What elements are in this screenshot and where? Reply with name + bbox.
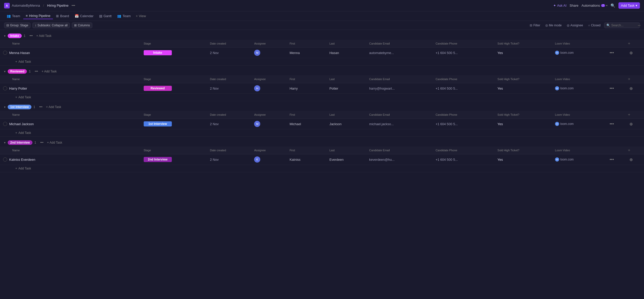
tab-hiring-pipeline[interactable]: ≡ Hiring Pipeline bbox=[23, 13, 53, 19]
task-add-button[interactable]: ⊕ bbox=[628, 121, 634, 127]
task-more-button[interactable]: ••• bbox=[608, 121, 615, 127]
task-stage-cell[interactable]: 1st Interview bbox=[142, 119, 208, 129]
group-more-button-1st-interview[interactable]: ••• bbox=[38, 105, 43, 109]
table-header-row: Name Stage Date created Assignee First L… bbox=[0, 75, 644, 83]
pipeline-options-button[interactable]: ••• bbox=[71, 3, 76, 8]
col-header-email: Candidate Email bbox=[367, 146, 434, 154]
add-column-button[interactable]: + bbox=[628, 112, 630, 117]
group-header-reviewed[interactable]: ▾ Reviewed 1 ••• + Add Task bbox=[0, 68, 644, 75]
task-table-reviewed: Name Stage Date created Assignee First L… bbox=[0, 75, 644, 101]
group-badge-intake: Intake bbox=[8, 34, 22, 38]
tab-team2[interactable]: 👥 Team bbox=[115, 13, 133, 19]
group-chevron-icon: ▾ bbox=[4, 34, 6, 38]
task-stage-cell[interactable]: 2nd Interview bbox=[142, 154, 208, 165]
top-bar-right: ✦ Ask AI Share Automations 2 ▾ 🔍 Add Tas… bbox=[553, 2, 640, 9]
group-add-task-button-reviewed[interactable]: + Add Task bbox=[41, 69, 58, 74]
task-icon-cell: ⊕ bbox=[626, 48, 644, 58]
col-header-email: Candidate Email bbox=[367, 40, 434, 48]
task-add-button[interactable]: ⊕ bbox=[628, 86, 634, 91]
task-date-cell: 2 Nov bbox=[208, 154, 252, 165]
filter-icon: ⊟ bbox=[530, 24, 532, 27]
tab-gantt[interactable]: ▤ Gantt bbox=[97, 13, 114, 19]
tab-team[interactable]: 👥 Team bbox=[4, 13, 23, 19]
group-header-1st-interview[interactable]: ▾ 1st Interview 1 ••• + Add Task bbox=[0, 103, 644, 111]
loom-link[interactable]: loom.com bbox=[560, 51, 574, 55]
closed-button[interactable]: ○ Closed bbox=[586, 23, 602, 28]
filter-button[interactable]: ⊟ Filter bbox=[528, 23, 542, 28]
add-task-row: + Add Task bbox=[0, 165, 644, 172]
loom-link[interactable]: loom.com bbox=[560, 87, 574, 90]
add-task-inline-button[interactable]: + Add Task bbox=[3, 59, 32, 64]
add-task-inline-button[interactable]: + Add Task bbox=[3, 130, 32, 135]
add-column-button[interactable]: + bbox=[628, 148, 630, 153]
task-more-button[interactable]: ••• bbox=[608, 157, 615, 162]
stage-pill[interactable]: Intake bbox=[144, 50, 172, 55]
search-options-icon: ••• bbox=[638, 24, 641, 27]
group-by-button[interactable]: ⊟ Group: Stage bbox=[4, 23, 30, 28]
add-view-button[interactable]: + View bbox=[134, 13, 148, 19]
task-loom-cell[interactable]: ● loom.com bbox=[553, 83, 606, 94]
task-last-cell: Potter bbox=[327, 83, 367, 94]
group-more-button-reviewed[interactable]: ••• bbox=[34, 69, 39, 74]
task-checkbox[interactable] bbox=[3, 51, 7, 55]
task-first-cell: Harry bbox=[288, 83, 327, 94]
task-name-cell: Katniss Everdeen bbox=[0, 154, 142, 165]
task-add-button[interactable]: ⊕ bbox=[628, 50, 634, 56]
loom-link[interactable]: loom.com bbox=[560, 122, 574, 126]
group-more-button-intake[interactable]: ••• bbox=[28, 34, 34, 38]
global-search-button[interactable]: 🔍 bbox=[611, 3, 615, 8]
task-checkbox[interactable] bbox=[3, 122, 7, 126]
task-checkbox[interactable] bbox=[3, 157, 7, 162]
task-assignee-cell: M bbox=[252, 48, 287, 58]
task-assignee-cell: H bbox=[252, 83, 287, 94]
task-checkbox[interactable] bbox=[3, 86, 7, 90]
closed-icon: ○ bbox=[588, 24, 590, 27]
stage-pill[interactable]: 1st Interview bbox=[144, 121, 172, 126]
task-loom-cell[interactable]: ● loom.com bbox=[553, 154, 606, 165]
task-add-button[interactable]: ⊕ bbox=[628, 157, 634, 163]
col-header-add: + bbox=[626, 111, 644, 119]
task-loom-cell[interactable]: ● loom.com bbox=[553, 48, 606, 58]
col-header-first: First bbox=[288, 40, 327, 48]
tab-board[interactable]: ⊞ Board bbox=[53, 13, 72, 19]
group-add-task-button-1st-interview[interactable]: + Add Task bbox=[45, 105, 62, 109]
search-icon: 🔍 bbox=[606, 24, 610, 27]
stage-pill[interactable]: 2nd Interview bbox=[144, 157, 172, 162]
search-input[interactable] bbox=[611, 24, 637, 27]
add-column-button[interactable]: + bbox=[628, 77, 630, 81]
task-more-button[interactable]: ••• bbox=[608, 50, 615, 56]
group-more-button-2nd-interview[interactable]: ••• bbox=[39, 140, 44, 145]
task-first-cell: Menna bbox=[288, 48, 327, 58]
stage-pill[interactable]: Reviewed bbox=[144, 86, 172, 91]
tab-calendar[interactable]: 📅 Calendar bbox=[72, 13, 96, 19]
plus-icon: + bbox=[47, 141, 49, 144]
share-button[interactable]: Share bbox=[570, 4, 579, 7]
task-more-button[interactable]: ••• bbox=[608, 86, 615, 91]
group-header-2nd-interview[interactable]: ▾ 2nd Interview 1 ••• + Add Task bbox=[0, 139, 644, 146]
group-header-intake[interactable]: ▾ Intake 1 ••• + Add Task bbox=[0, 32, 644, 40]
task-icon-cell: ⊕ bbox=[626, 83, 644, 94]
group-add-task-button-intake[interactable]: + Add Task bbox=[35, 34, 52, 38]
add-task-inline-button[interactable]: + Add Task bbox=[3, 95, 32, 100]
add-task-inline-button[interactable]: + Add Task bbox=[3, 166, 32, 171]
task-name-text: Michael Jackson bbox=[9, 122, 34, 126]
ask-ai-button[interactable]: ✦ Ask AI bbox=[553, 4, 567, 7]
columns-button[interactable]: ⊞ Columns bbox=[72, 23, 92, 28]
groups-container: ▾ Intake 1 ••• + Add Task Name Stage Dat… bbox=[0, 32, 644, 172]
plus-icon: + bbox=[36, 34, 38, 38]
assignee-button[interactable]: ◎ Assignee bbox=[565, 23, 584, 28]
col-header-actions bbox=[606, 40, 626, 48]
task-stage-cell[interactable]: Reviewed bbox=[142, 83, 208, 94]
task-sold-cell: Yes bbox=[495, 83, 553, 94]
task-last-cell: Hasan bbox=[327, 48, 367, 58]
subtasks-button[interactable]: ↕ Subtasks: Collapse all bbox=[32, 23, 70, 28]
plus-icon: + bbox=[15, 95, 17, 99]
group-add-task-button-2nd-interview[interactable]: + Add Task bbox=[46, 140, 63, 145]
add-task-button[interactable]: Add Task ▾ bbox=[618, 2, 640, 9]
me-mode-button[interactable]: ◎ Me mode bbox=[544, 23, 563, 28]
loom-link[interactable]: loom.com bbox=[560, 158, 574, 161]
automations-button[interactable]: Automations 2 ▾ bbox=[581, 4, 607, 7]
task-loom-cell[interactable]: ● loom.com bbox=[553, 119, 606, 129]
add-column-button[interactable]: + bbox=[628, 41, 630, 46]
task-stage-cell[interactable]: Intake bbox=[142, 48, 208, 58]
